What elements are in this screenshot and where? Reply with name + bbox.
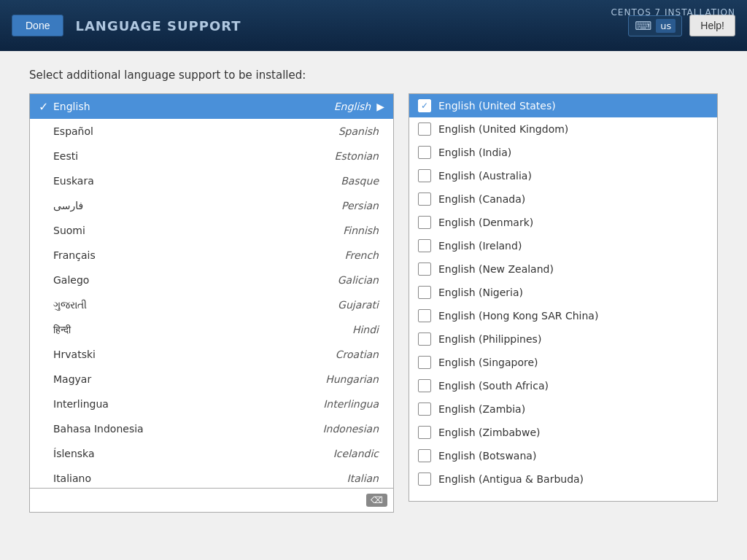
language-item[interactable]: HrvatskiCroatian: [30, 342, 393, 367]
help-button[interactable]: Help!: [689, 15, 735, 36]
language-native-label: Galego: [53, 274, 338, 286]
page-description: Select additional language support to be…: [29, 69, 718, 82]
language-native-label: Suomi: [53, 225, 343, 236]
keyboard-widget[interactable]: ⌨ us: [628, 15, 682, 36]
language-item[interactable]: EuskaraBasque: [30, 168, 393, 193]
language-native-label: Italiano: [53, 472, 347, 484]
sublanguage-label: English (United Kingdom): [438, 123, 568, 135]
sublanguage-list-panel[interactable]: English (United States)English (United K…: [409, 93, 718, 502]
sublanguage-checkbox[interactable]: [418, 192, 431, 206]
sublanguage-item[interactable]: English (India): [409, 141, 717, 164]
language-item[interactable]: ItalianoItalian: [30, 466, 393, 488]
sublanguage-item[interactable]: English (Nigeria): [409, 281, 717, 304]
sublanguage-checkbox[interactable]: [418, 262, 431, 276]
language-native-label: فارسی: [53, 200, 341, 211]
sublanguage-checkbox[interactable]: [418, 99, 431, 112]
language-native-label: Eesti: [53, 150, 335, 162]
sublanguage-item[interactable]: English (Zambia): [409, 397, 717, 421]
sublanguage-checkbox[interactable]: [418, 146, 431, 159]
language-arrow-icon: ▶: [376, 101, 384, 112]
sublanguage-item[interactable]: English (Antigua & Barbuda): [409, 467, 717, 491]
language-native-label: हिन्दी: [53, 324, 352, 336]
keyboard-lang: us: [656, 19, 676, 33]
language-item[interactable]: InterlinguaInterlingua: [30, 392, 393, 416]
language-item[interactable]: ✓EnglishEnglish▶: [30, 94, 393, 119]
sublanguage-item[interactable]: English (Australia): [409, 164, 717, 187]
sublanguage-item[interactable]: English (Canada): [409, 187, 717, 211]
language-english-label: Croatian: [336, 349, 379, 360]
sublanguage-item[interactable]: English (New Zealand): [409, 257, 717, 281]
language-item[interactable]: ગુજરાતીGujarati: [30, 292, 393, 317]
language-english-label: Gujarati: [338, 299, 379, 311]
sublanguage-label: English (United States): [438, 100, 556, 112]
language-item[interactable]: فارسیPersian: [30, 193, 393, 218]
sublanguage-checkbox[interactable]: [418, 122, 431, 136]
language-item[interactable]: GalegoGalician: [30, 268, 393, 292]
sublanguage-item[interactable]: English (Hong Kong SAR China): [409, 304, 717, 327]
language-english-label: Hungarian: [325, 373, 379, 385]
sublanguage-checkbox[interactable]: [418, 402, 431, 416]
language-native-label: Euskara: [53, 175, 341, 187]
search-area: ⌫: [30, 488, 393, 512]
language-english-label: Galician: [338, 274, 379, 286]
centos-title: CENTOS 7 INSTALLATION: [611, 7, 735, 18]
language-check-icon: ✓: [39, 100, 53, 114]
sublanguage-checkbox[interactable]: [418, 216, 431, 229]
sublanguage-label: English (Zambia): [438, 403, 525, 415]
sublanguage-label: English (Antigua & Barbuda): [438, 473, 584, 485]
language-english-label: Spanish: [338, 125, 379, 137]
language-english-label: Finnish: [343, 225, 379, 236]
language-item[interactable]: MagyarHungarian: [30, 367, 393, 392]
sublanguage-item[interactable]: English (South Africa): [409, 374, 717, 397]
sublanguage-checkbox[interactable]: [418, 309, 431, 322]
sublanguage-item[interactable]: English (United States): [409, 94, 717, 117]
sublanguage-checkbox[interactable]: [418, 379, 431, 392]
sublanguage-checkbox[interactable]: [418, 426, 431, 439]
language-native-label: ગુજરાતી: [53, 299, 338, 311]
sublanguage-checkbox[interactable]: [418, 449, 431, 462]
language-english-label: Basque: [341, 175, 379, 187]
sublanguage-checkbox[interactable]: [418, 472, 431, 486]
sublanguage-checkbox[interactable]: [418, 356, 431, 369]
sublanguage-label: English (Nigeria): [438, 287, 523, 298]
sublanguage-checkbox[interactable]: [418, 286, 431, 299]
language-item[interactable]: EspañolSpanish: [30, 119, 393, 144]
language-item[interactable]: SuomiFinnish: [30, 218, 393, 243]
language-item[interactable]: हिन्दीHindi: [30, 317, 393, 342]
done-button[interactable]: Done: [12, 15, 63, 36]
sublanguage-item[interactable]: English (Zimbabwe): [409, 421, 717, 444]
sublanguage-checkbox[interactable]: [418, 239, 431, 252]
sublanguage-label: English (Philippines): [438, 333, 541, 345]
sublanguage-checkbox[interactable]: [418, 169, 431, 182]
panels: ✓EnglishEnglish▶EspañolSpanishEestiEston…: [29, 93, 718, 513]
sublanguage-label: English (Zimbabwe): [438, 427, 540, 438]
language-native-label: Interlingua: [53, 398, 323, 410]
language-scroll-area[interactable]: ✓EnglishEnglish▶EspañolSpanishEestiEston…: [30, 94, 393, 488]
search-clear-button[interactable]: ⌫: [366, 494, 387, 507]
header-left: Done LANGUAGE SUPPORT: [12, 15, 241, 36]
sublanguage-item[interactable]: English (Philippines): [409, 327, 717, 351]
language-native-label: Hrvatski: [53, 349, 336, 360]
language-native-label: Français: [53, 249, 344, 261]
language-english-label: Italian: [347, 472, 379, 484]
sublanguage-label: English (South Africa): [438, 380, 549, 392]
search-input[interactable]: [36, 491, 366, 509]
sublanguage-item[interactable]: English (Singapore): [409, 351, 717, 374]
sublanguage-item[interactable]: English (Ireland): [409, 234, 717, 257]
sublanguage-item[interactable]: English (United Kingdom): [409, 117, 717, 141]
sublanguage-label: English (Denmark): [438, 217, 533, 228]
header-title: LANGUAGE SUPPORT: [75, 18, 241, 34]
language-item[interactable]: EestiEstonian: [30, 144, 393, 168]
language-list-panel: ✓EnglishEnglish▶EspañolSpanishEestiEston…: [29, 93, 394, 513]
language-native-label: Español: [53, 125, 338, 137]
sublanguage-item[interactable]: English (Denmark): [409, 211, 717, 234]
language-item[interactable]: FrançaisFrench: [30, 243, 393, 268]
language-native-label: Bahasa Indonesia: [53, 423, 322, 435]
language-item[interactable]: Bahasa IndonesiaIndonesian: [30, 416, 393, 441]
sublanguage-label: English (Singapore): [438, 357, 538, 368]
language-english-label: Icelandic: [333, 448, 379, 459]
language-item[interactable]: ÍslenskaIcelandic: [30, 441, 393, 466]
sublanguage-item[interactable]: English (Botswana): [409, 444, 717, 467]
sublanguage-label: English (Canada): [438, 193, 525, 205]
sublanguage-checkbox[interactable]: [418, 332, 431, 346]
